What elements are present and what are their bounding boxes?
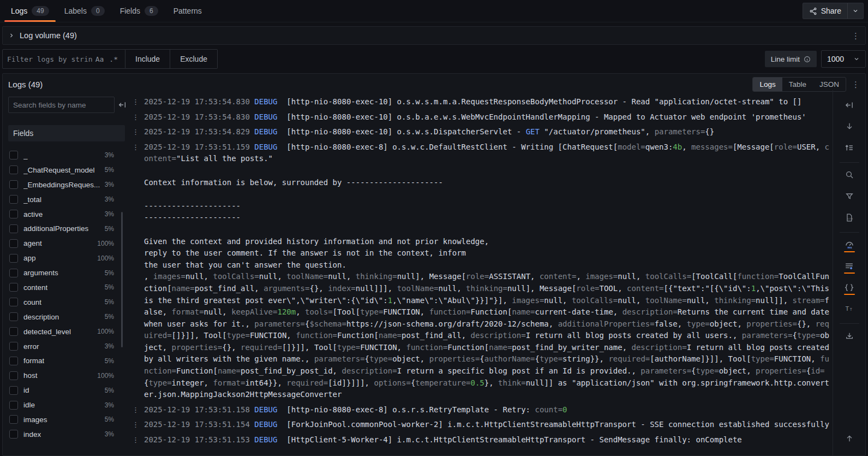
regex-toggle[interactable]: .* (106, 55, 121, 63)
field-checkbox[interactable] (9, 239, 18, 248)
field-checkbox[interactable] (9, 210, 18, 218)
share-dropdown-toggle[interactable] (847, 3, 863, 19)
field-percent: 100% (97, 328, 124, 335)
oldest-first-icon[interactable] (839, 138, 860, 159)
collapse-sidebar-icon[interactable] (118, 100, 127, 109)
log-timestamp: 2025-12-19 17:53:51.153 (144, 435, 250, 444)
tab-logs[interactable]: Logs49 (3, 0, 57, 22)
log-row-text: 2025-12-19 17:53:51.153 DEBUG [HttpClien… (144, 434, 832, 446)
tab-labels[interactable]: Labels0 (57, 0, 112, 22)
log-row[interactable]: ⋮2025-12-19 17:53:54.830 DEBUG [http-nio… (129, 94, 832, 110)
logs-panel: Logs (49) LogsTableJSON ⋮ Fields _3%_Cha… (2, 73, 866, 456)
share-button[interactable]: Share (803, 3, 864, 19)
log-row-menu-icon[interactable]: ⋮ (132, 434, 140, 446)
scroll-top-icon[interactable] (839, 428, 860, 449)
tab-label: Labels (64, 7, 87, 15)
log-row[interactable]: ⋮2025-12-19 17:53:51.158 DEBUG [http-nio… (129, 402, 832, 418)
info-icon[interactable] (804, 56, 811, 63)
wrap-lines-icon[interactable] (839, 257, 860, 278)
field-checkbox[interactable] (9, 415, 18, 424)
field-checkbox[interactable] (9, 357, 18, 365)
field-percent: 3% (105, 430, 124, 438)
field-row: count5% (8, 295, 125, 310)
field-percent: 100% (97, 372, 124, 380)
fields-section-title: Fields (13, 129, 33, 138)
field-search-input[interactable] (8, 97, 115, 113)
log-row[interactable]: ⋮2025-12-19 17:53:51.154 DEBUG [ForkJoin… (129, 417, 832, 433)
fields-list: _3%_ChatRequest_model5%_EmbeddingsReques… (8, 148, 125, 442)
log-level: DEBUG (254, 143, 277, 151)
log-row-menu-icon[interactable]: ⋮ (132, 126, 140, 138)
log-row-menu-icon[interactable]: ⋮ (132, 96, 140, 108)
match-case-toggle[interactable]: Aa (93, 55, 107, 63)
field-checkbox[interactable] (9, 151, 18, 159)
json-braces-icon[interactable] (839, 278, 860, 299)
field-checkbox[interactable] (9, 342, 18, 351)
log-row-menu-icon[interactable]: ⋮ (132, 111, 140, 123)
field-checkbox[interactable] (9, 327, 18, 336)
field-name: _ (23, 151, 28, 159)
field-checkbox[interactable] (9, 401, 18, 410)
field-checkbox[interactable] (9, 298, 18, 306)
tab-patterns[interactable]: Patterns (166, 0, 209, 22)
field-checkbox[interactable] (9, 254, 18, 263)
log-details-icon[interactable]: LOG (839, 208, 860, 229)
view-mode-logs[interactable]: Logs (753, 78, 782, 91)
log-volume-menu-icon[interactable]: ⋮ (852, 32, 860, 40)
field-checkbox[interactable] (9, 312, 18, 321)
timing-ms-icon[interactable]: ms (839, 235, 860, 257)
view-mode-json[interactable]: JSON (813, 78, 846, 91)
chevron-right-icon[interactable] (8, 32, 15, 39)
tab-bar: Logs49Labels0Fields6Patterns Share (0, 0, 868, 22)
fields-section-header[interactable]: Fields (8, 125, 125, 141)
scroll-bottom-icon[interactable] (839, 117, 860, 138)
exclude-button[interactable]: Exclude (170, 50, 217, 68)
field-row: images5% (8, 412, 125, 427)
collapse-left-icon[interactable] (839, 96, 860, 117)
field-checkbox[interactable] (9, 180, 18, 189)
logs-panel-menu-icon[interactable]: ⋮ (852, 80, 860, 88)
log-row[interactable]: ⋮2025-12-19 17:53:54.829 DEBUG [http-nio… (129, 125, 832, 140)
tab-count-badge: 6 (145, 6, 158, 16)
log-row[interactable]: ⋮2025-12-19 17:53:51.159 DEBUG [http-nio… (129, 140, 832, 402)
toolbar-divider (840, 323, 859, 324)
field-checkbox[interactable] (9, 283, 18, 292)
tab-fields[interactable]: Fields6 (112, 0, 166, 22)
log-row-menu-icon[interactable]: ⋮ (132, 141, 140, 401)
sidebar-scrollbar[interactable] (121, 212, 123, 347)
field-row: additionalProperties5% (8, 221, 125, 236)
log-timestamp: 2025-12-19 17:53:51.159 (144, 143, 250, 151)
include-button[interactable]: Include (125, 50, 170, 68)
line-limit-select[interactable]: 1000 (821, 50, 866, 68)
field-percent: 5% (105, 357, 124, 365)
tab-label: Patterns (173, 7, 202, 15)
filter-input[interactable] (7, 55, 93, 63)
log-row-menu-icon[interactable]: ⋮ (132, 419, 140, 431)
field-checkbox[interactable] (9, 386, 18, 395)
font-size-icon[interactable]: TT (839, 299, 860, 321)
log-level: DEBUG (254, 97, 277, 106)
log-row[interactable]: ⋮2025-12-19 17:53:54.830 DEBUG [http-nio… (129, 110, 832, 125)
field-checkbox[interactable] (9, 224, 18, 233)
field-percent: 3% (105, 181, 124, 188)
filter-icon[interactable] (839, 187, 860, 208)
field-checkbox[interactable] (9, 371, 18, 380)
log-volume-section[interactable]: Log volume (49) ⋮ (2, 26, 866, 45)
view-mode-table[interactable]: Table (782, 78, 813, 91)
field-percent: 3% (105, 151, 124, 159)
tab-label: Fields (120, 7, 140, 15)
download-icon[interactable] (839, 327, 860, 348)
log-row-text: 2025-12-19 17:53:54.829 DEBUG [http-nio-… (144, 126, 832, 138)
field-name: description (23, 313, 59, 321)
field-checkbox[interactable] (9, 165, 18, 174)
search-logs-icon[interactable] (839, 165, 860, 187)
view-mode-toggle: LogsTableJSON (752, 77, 846, 92)
field-name: detected_level (23, 328, 71, 336)
field-checkbox[interactable] (9, 430, 18, 439)
log-row-menu-icon[interactable]: ⋮ (132, 404, 140, 416)
log-row[interactable]: ⋮2025-12-19 17:53:51.153 DEBUG [HttpClie… (129, 433, 832, 448)
field-row: _3% (8, 148, 125, 163)
field-checkbox[interactable] (9, 269, 18, 277)
field-checkbox[interactable] (9, 195, 18, 204)
log-level: DEBUG (254, 112, 277, 121)
